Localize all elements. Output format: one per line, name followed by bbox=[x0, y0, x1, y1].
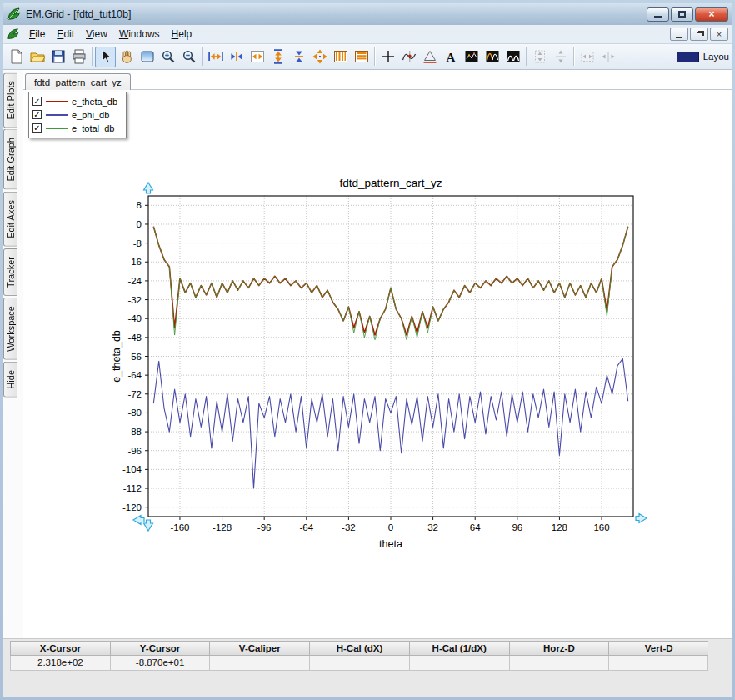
crosshair-button[interactable] bbox=[378, 47, 398, 68]
zoom-window-button[interactable] bbox=[137, 47, 158, 68]
save-icon bbox=[50, 48, 67, 65]
minimize-icon bbox=[654, 16, 662, 18]
svg-text:-56: -56 bbox=[128, 351, 142, 361]
layout-label: Layou bbox=[703, 52, 729, 62]
close-button[interactable]: × bbox=[695, 8, 728, 22]
window-title: EM.Grid - [fdtd_tut10b] bbox=[26, 8, 131, 20]
svg-text:fdtd_pattern_cart_yz: fdtd_pattern_cart_yz bbox=[339, 177, 442, 189]
select-tool-button[interactable] bbox=[95, 47, 116, 68]
sidebar-tab-tracker[interactable]: Tracker bbox=[3, 248, 18, 296]
cursor-table-value bbox=[608, 656, 708, 671]
fit-all-button[interactable] bbox=[309, 47, 330, 68]
sidebar-tab-hide[interactable]: Hide bbox=[3, 362, 18, 398]
scale-vertical-icon bbox=[552, 48, 569, 65]
compress-vertical-button[interactable] bbox=[288, 47, 309, 68]
insert-plot-button[interactable] bbox=[461, 47, 482, 68]
new-document-icon bbox=[8, 48, 25, 65]
open-button[interactable] bbox=[27, 47, 48, 68]
zoom-in-button[interactable] bbox=[158, 47, 178, 68]
cursor-table-header: Vert-D bbox=[608, 641, 708, 656]
legend-label: e_phi_db bbox=[72, 110, 109, 120]
legend-checkbox[interactable]: ✓ bbox=[32, 97, 42, 106]
legend-checkbox[interactable]: ✓ bbox=[32, 110, 42, 119]
close-icon: × bbox=[717, 29, 722, 39]
cursor-select-icon bbox=[98, 48, 114, 65]
svg-text:96: 96 bbox=[512, 522, 522, 532]
svg-text:64: 64 bbox=[470, 522, 481, 532]
cursor-table-value bbox=[409, 656, 509, 671]
new-button[interactable] bbox=[6, 47, 27, 68]
menu-bar: File Edit View Windows Help × bbox=[3, 25, 732, 44]
svg-text:-104: -104 bbox=[122, 464, 142, 474]
print-button[interactable] bbox=[68, 47, 89, 68]
caliper-button[interactable] bbox=[419, 47, 440, 68]
tracker-icon bbox=[401, 48, 418, 65]
waveform-orange-icon bbox=[484, 48, 501, 65]
mdi-close-button[interactable]: × bbox=[710, 28, 728, 41]
cursor-table-header: Horz-D bbox=[509, 641, 609, 656]
pan-hand-icon bbox=[118, 48, 135, 65]
document-tab-bar: fdtd_pattern_cart_yz bbox=[23, 70, 732, 90]
compress-horizontal-icon bbox=[228, 48, 245, 65]
compress-horizontal-button[interactable] bbox=[226, 47, 247, 68]
svg-text:-32: -32 bbox=[342, 522, 356, 532]
sidebar-tab-edit-graph[interactable]: Edit Graph bbox=[3, 129, 18, 190]
zoom-out-button[interactable] bbox=[178, 47, 199, 68]
svg-text:-64: -64 bbox=[128, 370, 142, 380]
fit-page-horizontal-icon bbox=[579, 48, 596, 65]
menu-windows[interactable]: Windows bbox=[113, 26, 166, 42]
cursor-table-value bbox=[309, 656, 409, 671]
tracker-button[interactable] bbox=[398, 47, 419, 68]
fit-horizontal-button[interactable] bbox=[247, 47, 268, 68]
pan-tool-button[interactable] bbox=[116, 47, 137, 68]
svg-text:-160: -160 bbox=[170, 522, 189, 532]
toolbar-separator bbox=[573, 48, 574, 66]
sidebar-tab-edit-plots[interactable]: Edit Plots bbox=[3, 72, 18, 128]
expand-horizontal-icon bbox=[208, 48, 224, 65]
legend-label: e_total_db bbox=[72, 123, 114, 133]
legend-line-sample bbox=[46, 128, 68, 129]
document-tab[interactable]: fdtd_pattern_cart_yz bbox=[25, 73, 131, 90]
svg-text:128: 128 bbox=[552, 522, 568, 532]
minimize-icon bbox=[676, 37, 682, 38]
waveform-a-button[interactable] bbox=[482, 47, 502, 68]
layout-swatch[interactable] bbox=[677, 52, 699, 62]
minimize-button[interactable] bbox=[647, 8, 669, 22]
legend-checkbox[interactable]: ✓ bbox=[32, 123, 42, 132]
legend-line-sample bbox=[46, 101, 68, 102]
sidebar-tab-workspace[interactable]: Workspace bbox=[3, 298, 18, 360]
menu-edit[interactable]: Edit bbox=[51, 26, 80, 42]
row-scale-button[interactable] bbox=[351, 47, 372, 68]
save-button[interactable] bbox=[48, 47, 68, 68]
waveform-b-button[interactable] bbox=[502, 47, 523, 68]
app-window: EM.Grid - [fdtd_tut10b] × File Edit View… bbox=[0, 0, 735, 700]
menu-help[interactable]: Help bbox=[166, 26, 198, 42]
close-icon: × bbox=[708, 8, 714, 20]
menu-view[interactable]: View bbox=[80, 26, 113, 42]
cursor-table-value: 2.318e+02 bbox=[10, 656, 110, 671]
side-tab-bar: Edit Plots Edit Graph Edit Axes Tracker … bbox=[3, 70, 23, 638]
svg-text:-96: -96 bbox=[128, 446, 142, 456]
expand-vertical-button[interactable] bbox=[268, 47, 288, 68]
legend-item: ✓ e_phi_db bbox=[32, 108, 118, 122]
insert-plot-icon bbox=[463, 48, 480, 65]
mdi-minimize-button[interactable] bbox=[670, 28, 688, 41]
svg-text:32: 32 bbox=[428, 522, 438, 532]
svg-text:theta: theta bbox=[379, 538, 402, 550]
legend-item: ✓ e_theta_db bbox=[32, 95, 118, 108]
menu-file[interactable]: File bbox=[23, 26, 51, 42]
svg-text:-64: -64 bbox=[299, 522, 313, 532]
mdi-restore-button[interactable] bbox=[690, 28, 708, 41]
title-bar: EM.Grid - [fdtd_tut10b] × bbox=[3, 3, 732, 25]
column-scale-button[interactable] bbox=[330, 47, 351, 68]
toolbar-separator bbox=[202, 48, 202, 66]
svg-text:160: 160 bbox=[593, 522, 609, 532]
svg-text:e_theta_db: e_theta_db bbox=[111, 330, 122, 382]
sidebar-tab-edit-axes[interactable]: Edit Axes bbox=[3, 192, 18, 247]
open-folder-icon bbox=[29, 48, 46, 65]
expand-horizontal-button[interactable] bbox=[205, 47, 226, 68]
svg-text:-48: -48 bbox=[128, 332, 142, 342]
chart[interactable]: -160-128-96-64-32032649612816080-8-16-24… bbox=[23, 90, 732, 638]
maximize-button[interactable] bbox=[671, 8, 693, 22]
text-annotation-button[interactable]: A bbox=[440, 47, 461, 68]
